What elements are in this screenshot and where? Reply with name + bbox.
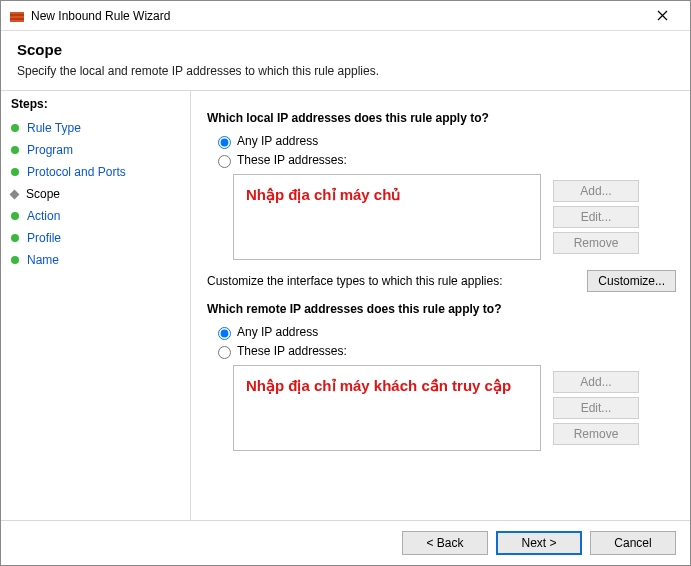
step-profile[interactable]: Profile [11,227,190,249]
local-add-button[interactable]: Add... [553,180,639,202]
remote-any-ip-radio[interactable]: Any IP address [213,324,676,340]
local-these-ip-radio[interactable]: These IP addresses: [213,152,676,168]
local-edit-button[interactable]: Edit... [553,206,639,228]
steps-heading: Steps: [11,97,190,111]
local-ip-heading: Which local IP addresses does this rule … [207,111,676,125]
bullet-icon [11,124,19,132]
bullet-icon [11,168,19,176]
step-program[interactable]: Program [11,139,190,161]
steps-panel: Steps: Rule Type Program Protocol and Po… [1,91,191,520]
local-any-ip-radio[interactable]: Any IP address [213,133,676,149]
svg-rect-1 [10,12,24,14]
radio-label: Any IP address [237,325,318,339]
remote-these-ip-radio[interactable]: These IP addresses: [213,343,676,359]
step-label: Protocol and Ports [27,165,126,179]
step-rule-type[interactable]: Rule Type [11,117,190,139]
next-button[interactable]: Next > [496,531,582,555]
annotation-remote: Nhập địa chỉ máy khách cần truy cập [246,376,528,396]
radio-label: Any IP address [237,134,318,148]
main-panel: Which local IP addresses does this rule … [191,91,690,520]
radio-input[interactable] [218,346,231,359]
page-title: Scope [17,41,674,58]
titlebar: New Inbound Rule Wizard [1,1,690,31]
svg-rect-2 [10,16,24,18]
remote-ip-heading: Which remote IP addresses does this rule… [207,302,676,316]
firewall-icon [9,8,25,24]
step-name[interactable]: Name [11,249,190,271]
remote-edit-button[interactable]: Edit... [553,397,639,419]
annotation-local: Nhập địa chỉ máy chủ [246,185,528,205]
step-scope[interactable]: Scope [11,183,190,205]
local-remove-button[interactable]: Remove [553,232,639,254]
bullet-icon [11,212,19,220]
local-ip-buttons: Add... Edit... Remove [553,180,639,254]
step-label: Program [27,143,73,157]
remote-ip-listbox[interactable]: Nhập địa chỉ máy khách cần truy cập [233,365,541,451]
step-label: Action [27,209,60,223]
remote-add-button[interactable]: Add... [553,371,639,393]
remote-ip-buttons: Add... Edit... Remove [553,371,639,445]
bullet-icon [10,189,20,199]
step-label: Profile [27,231,61,245]
back-button[interactable]: < Back [402,531,488,555]
step-protocol-ports[interactable]: Protocol and Ports [11,161,190,183]
local-ip-listbox[interactable]: Nhập địa chỉ máy chủ [233,174,541,260]
bullet-icon [11,146,19,154]
svg-rect-3 [10,20,24,22]
radio-label: These IP addresses: [237,153,347,167]
bullet-icon [11,256,19,264]
radio-input[interactable] [218,136,231,149]
wizard-header: Scope Specify the local and remote IP ad… [1,31,690,91]
step-action[interactable]: Action [11,205,190,227]
bullet-icon [11,234,19,242]
customize-text: Customize the interface types to which t… [207,274,587,288]
window-title: New Inbound Rule Wizard [31,9,642,23]
customize-row: Customize the interface types to which t… [207,270,676,292]
step-label: Scope [26,187,60,201]
page-description: Specify the local and remote IP addresse… [17,64,674,78]
wizard-footer: < Back Next > Cancel [1,520,690,565]
radio-input[interactable] [218,327,231,340]
cancel-button[interactable]: Cancel [590,531,676,555]
radio-input[interactable] [218,155,231,168]
wizard-body: Steps: Rule Type Program Protocol and Po… [1,91,690,520]
wizard-window: New Inbound Rule Wizard Scope Specify th… [0,0,691,566]
close-button[interactable] [642,2,682,30]
step-label: Rule Type [27,121,81,135]
remote-remove-button[interactable]: Remove [553,423,639,445]
radio-label: These IP addresses: [237,344,347,358]
customize-button[interactable]: Customize... [587,270,676,292]
step-label: Name [27,253,59,267]
